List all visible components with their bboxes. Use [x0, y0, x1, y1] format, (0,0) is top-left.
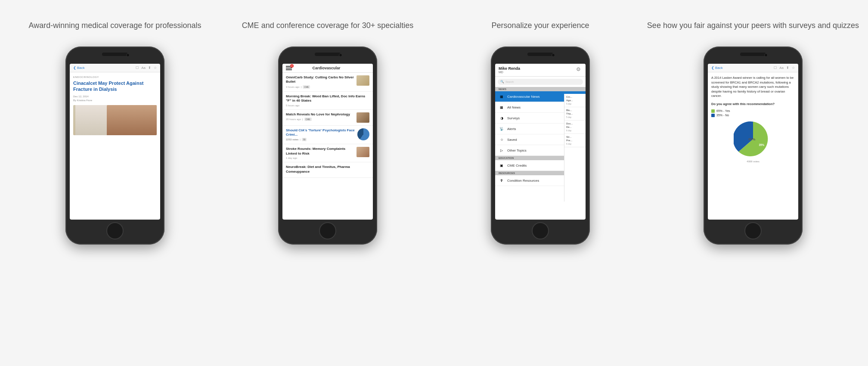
article-5-meta: 1 day ago	[286, 157, 354, 159]
phone-1: ❮ Back ☐ Aa ⬆ ☆ ENDOCRINOLOGY Cinacalcet…	[65, 47, 164, 245]
font-icon[interactable]: Aa	[141, 66, 146, 70]
article-3-title: Match Reveals No Love for Nephrology	[286, 112, 354, 117]
peek-3-meta: 6 day	[566, 129, 584, 132]
menu-bar-3	[286, 69, 292, 70]
survey-nav-icons: ☐ Aa ⬆ ☆	[774, 66, 795, 70]
menu-button[interactable]: 3	[286, 66, 292, 70]
caption-3: Personalize your experience	[491, 13, 589, 39]
article-1-text: OmniCarb Study: Cutting Carbs No Silver …	[286, 75, 354, 89]
back-chevron-icon: ❮	[73, 66, 76, 70]
main-container: Award-winning medical coverage for profe…	[0, 0, 868, 366]
survey-back-button[interactable]: ❮ Back	[711, 66, 723, 70]
settings-icon[interactable]: ⚙	[576, 66, 582, 72]
camera-1	[126, 53, 130, 57]
article-item-4[interactable]: Should CIA's 'Torture' Psychologists Fac…	[282, 126, 373, 145]
peek-1-meta: 5 day	[566, 102, 584, 105]
legend-yes: 65% - Yes	[711, 109, 795, 113]
peek-4-subtitle: Pre...	[566, 139, 584, 143]
article-5-time: 1 day ago	[286, 157, 297, 159]
article-5-image	[356, 147, 369, 157]
patient-silhouette	[107, 105, 157, 135]
peek-2-meta: 5 day	[566, 116, 584, 119]
article-item-5[interactable]: Stroke Rounds: Memory Complaints Linked …	[282, 144, 373, 162]
article-5-text: Stroke Rounds: Memory Complaints Linked …	[286, 147, 354, 159]
article-2-meta: 5 hours ago	[286, 104, 369, 107]
article-3-cme-badge: CME	[304, 118, 312, 121]
survey-content: A 2014 Lasker Award winner is calling fo…	[708, 72, 798, 166]
legend-yes-dot	[711, 109, 715, 113]
article-item-6[interactable]: NeuroBreak: Diet and Tinnitus, Pharma Co…	[282, 162, 373, 178]
legend-no-dot	[711, 114, 715, 117]
cme-icon: ▣	[499, 162, 505, 168]
peek-4-title: Str...	[566, 136, 584, 139]
all-news-icon: ▦	[499, 104, 505, 110]
survey-body-text: A 2014 Lasker Award winner is calling fo…	[711, 76, 795, 99]
article-image	[73, 105, 157, 135]
screen-article: ❮ Back ☐ Aa ⬆ ☆ ENDOCRINOLOGY Cinacalcet…	[70, 64, 160, 220]
article-6-text: NeuroBreak: Diet and Tinnitus, Pharma Co…	[286, 165, 369, 175]
section-title: Cardiovascular	[312, 66, 340, 70]
pie-no-label: 35%	[759, 143, 765, 146]
phone-column-4: See how you fair against your peers with…	[647, 13, 859, 353]
caption-1: Award-winning medical coverage for profe…	[29, 13, 202, 39]
survey-question: Do you agree with this recommendation?	[711, 102, 795, 106]
other-topics-icon: ▷	[499, 147, 505, 153]
legend-no-label: 35% - No	[716, 114, 729, 117]
article-1-divider: |	[301, 86, 302, 88]
peek-item-4: Str... Pre... 6 day	[564, 134, 586, 147]
menu-body: 🔍 Search News ▦ Cardiovascular News 10	[495, 77, 586, 186]
saved-icon: ☆	[499, 136, 505, 143]
article-4-text: Should CIA's 'Torture' Psychologists Fac…	[286, 128, 355, 142]
back-label: Back	[77, 66, 85, 70]
article-content: ENDOCRINOLOGY Cinacalcet May Protect Aga…	[70, 72, 160, 139]
article-item-2[interactable]: Morning Break: Weed Ban Lifted, Doc Info…	[282, 92, 373, 110]
vote-count-label: 4006 votes	[747, 160, 759, 163]
caption-4: See how you fair against your peers with…	[647, 13, 859, 39]
article-1-time: 3 hours ago	[286, 86, 300, 88]
star-icon[interactable]: ☆	[154, 66, 157, 70]
screen-survey: ❮ Back ☐ Aa ⬆ ☆ A 2014 Lasker Award winn…	[708, 64, 798, 220]
phone-column-1: Award-winning medical coverage for profe…	[9, 13, 221, 353]
peek-item-3: Doc... De... 6 day	[564, 121, 586, 134]
article-item-3[interactable]: Match Reveals No Love for Nephrology 20 …	[282, 110, 373, 126]
peek-1-subtitle: Aga...	[566, 99, 584, 102]
camera-4	[764, 53, 768, 57]
peek-3-title: Doc...	[566, 122, 584, 126]
article-nav: ❮ Back ☐ Aa ⬆ ☆	[70, 64, 160, 72]
alerts-icon: 📡	[499, 126, 505, 132]
news-section-header: News	[495, 87, 586, 91]
article-2-text: Morning Break: Weed Ban Lifted, Doc Info…	[286, 94, 369, 107]
article-date: Dec 12, 2014 By Kristina Fiore	[73, 95, 157, 102]
survey-font-icon[interactable]: Aa	[779, 66, 784, 70]
content-peek: Cin... Aga... 5 day Blo... Tha... 5 day …	[564, 94, 586, 202]
newsfeed-nav: 3 Cardiovascular	[282, 64, 373, 73]
survey-bookmark-icon[interactable]: ☐	[774, 66, 777, 70]
bookmark-icon[interactable]: ☐	[136, 66, 139, 70]
article-5-title: Stroke Rounds: Memory Complaints Linked …	[286, 147, 354, 156]
article-4-title: Should CIA's 'Torture' Psychologists Fac…	[286, 128, 355, 137]
peek-2-subtitle: Tha...	[566, 112, 584, 116]
article-date-line: Dec 12, 2014	[73, 95, 157, 99]
search-bar[interactable]: 🔍 Search	[498, 79, 583, 85]
share-icon[interactable]: ⬆	[148, 66, 151, 70]
survey-legend: 65% - Yes 35% - No	[711, 109, 795, 117]
article-1-image	[356, 75, 369, 86]
legend-no: 35% - No	[711, 114, 795, 117]
menu-badge: 3	[290, 64, 294, 68]
phone-column-2: CME and conference coverage for 30+ spec…	[221, 13, 434, 353]
article-item-1[interactable]: OmniCarb Study: Cutting Carbs No Silver …	[282, 73, 373, 92]
peek-item-1: Cin... Aga... 5 day	[564, 94, 586, 107]
vote-count: 2253 votes	[286, 138, 298, 141]
article-author-line: By Kristina Fiore	[73, 99, 157, 102]
article-6-title: NeuroBreak: Diet and Tinnitus, Pharma Co…	[286, 165, 369, 174]
article-3-image	[356, 112, 369, 123]
article-3-meta: 20 hours ago | CME	[286, 118, 354, 121]
search-placeholder: Search	[505, 81, 514, 83]
survey-star-icon[interactable]: ☆	[792, 66, 795, 70]
phone-4: ❮ Back ☐ Aa ⬆ ☆ A 2014 Lasker Award winn…	[704, 47, 803, 245]
peek-1-title: Cin...	[566, 96, 584, 99]
back-button[interactable]: ❮ Back	[73, 66, 85, 70]
article-title: Cinacalcet May Protect Against Fracture …	[73, 80, 157, 93]
survey-share-icon[interactable]: ⬆	[786, 66, 789, 70]
phone-3: Mike Renda MD ⚙ 🔍 Search News	[491, 47, 590, 245]
